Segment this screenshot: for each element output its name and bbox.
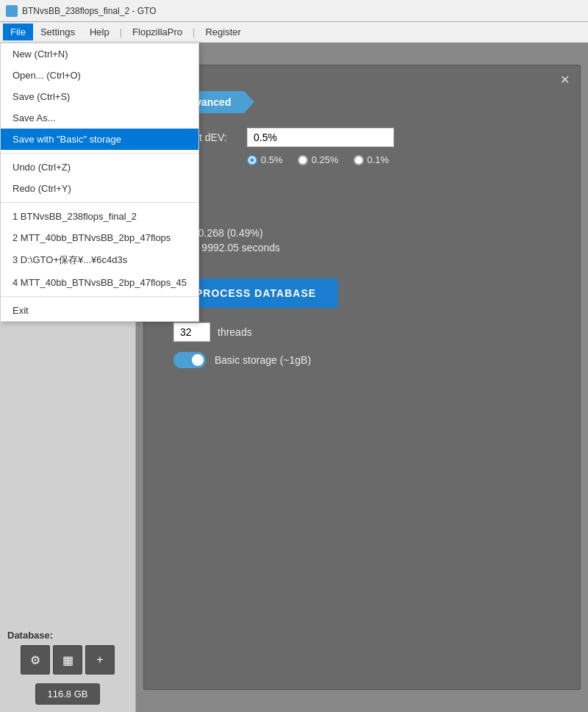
menu-file[interactable]: File	[3, 24, 33, 40]
menu-recent-3[interactable]: 3 D:\GTO+保存¥...¥6c4d3s	[1, 248, 198, 272]
menu-save[interactable]: Save (Ctrl+S)	[1, 86, 198, 107]
sep1: |	[117, 26, 125, 37]
menu-recent-4[interactable]: 4 MTT_40bb_BTNvsBB_2bp_47flops_45	[1, 272, 198, 293]
menu-open[interactable]: Open... (Ctrl+O)	[1, 65, 198, 86]
menu-settings[interactable]: Settings	[33, 24, 82, 40]
dialog-close-button[interactable]: ✕	[556, 71, 573, 87]
divider-2	[1, 202, 198, 203]
storage-size-badge: 116.8 GB	[35, 683, 101, 705]
radio-025-label: 0.25%	[312, 154, 339, 165]
menu-register[interactable]: Register	[198, 24, 248, 40]
menu-bar: File Settings Help | FlopzillaPro | Regi…	[0, 22, 588, 43]
file-dropdown: New (Ctrl+N) Open... (Ctrl+O) Save (Ctrl…	[0, 43, 199, 322]
db-plus-button[interactable]: +	[85, 645, 115, 675]
menu-savewithbasic[interactable]: Save with "Basic" storage	[1, 129, 198, 150]
menu-saveas[interactable]: Save As...	[1, 107, 198, 129]
radio-01-label: 0.1%	[368, 154, 390, 165]
window-title: BTNvsBB_238flops_final_2 - GTO	[22, 6, 157, 16]
db-icons: ⚙ ▦ +	[21, 645, 115, 675]
basic-storage-toggle[interactable]	[173, 352, 206, 368]
menu-undo[interactable]: Undo (Ctrl+Z)	[1, 157, 198, 178]
toggle-section: Basic storage (~1gB)	[173, 352, 311, 368]
menu-recent-1[interactable]: 1 BTNvsBB_238flops_final_2	[1, 206, 198, 227]
tab-area: Advanced	[159, 91, 551, 113]
threads-input[interactable]	[173, 323, 210, 342]
db-chart-button[interactable]: ▦	[53, 645, 82, 675]
sidebar-bottom: Database: ⚙ ▦ + 116.8 GB	[7, 630, 128, 705]
radio-01-circle	[354, 155, 364, 165]
divider-3	[1, 296, 198, 297]
basic-storage-label: Basic storage (~1gB)	[215, 354, 311, 366]
database-label: Database:	[7, 630, 53, 641]
radio-05-circle	[247, 155, 257, 165]
chart-icon: ▦	[62, 653, 74, 667]
radio-01[interactable]: 0.1%	[354, 154, 390, 165]
sep2: |	[190, 26, 198, 37]
radio-row: 0.5% 0.25% 0.1%	[173, 154, 551, 165]
threads-section: threads	[173, 323, 252, 342]
radio-025[interactable]: 0.25%	[298, 154, 339, 165]
menu-exit[interactable]: Exit	[1, 300, 198, 321]
menu-recent-2[interactable]: 2 MTT_40bb_BTNvsBB_2bp_47flops	[1, 227, 198, 248]
target-dev-row: Target dEV:	[173, 128, 551, 147]
menu-redo[interactable]: Redo (Ctrl+Y)	[1, 178, 198, 199]
gear-icon: ⚙	[30, 653, 40, 667]
title-bar: BTNvsBB_238flops_final_2 - GTO	[0, 0, 588, 22]
menu-new[interactable]: New (Ctrl+N)	[1, 43, 198, 65]
db-gear-button[interactable]: ⚙	[21, 645, 50, 675]
plus-icon: +	[96, 653, 103, 666]
threads-label: threads	[218, 326, 252, 338]
target-dev-input[interactable]	[247, 128, 394, 147]
menu-flopzillapro[interactable]: FlopzillaPro	[125, 24, 190, 40]
radio-05-label: 0.5%	[261, 154, 283, 165]
menu-help[interactable]: Help	[82, 24, 117, 40]
radio-05[interactable]: 0.5%	[247, 154, 283, 165]
target-dev-section: Target dEV: 0.5% 0.25% 0.1%	[173, 128, 551, 165]
app-icon	[6, 5, 18, 17]
right-panel: ✕ Advanced Target dEV: 0.5%	[136, 43, 588, 712]
radio-025-circle	[298, 155, 308, 165]
divider-1	[1, 153, 198, 154]
dialog: ✕ Advanced Target dEV: 0.5%	[143, 65, 581, 690]
toggle-knob	[192, 354, 204, 366]
